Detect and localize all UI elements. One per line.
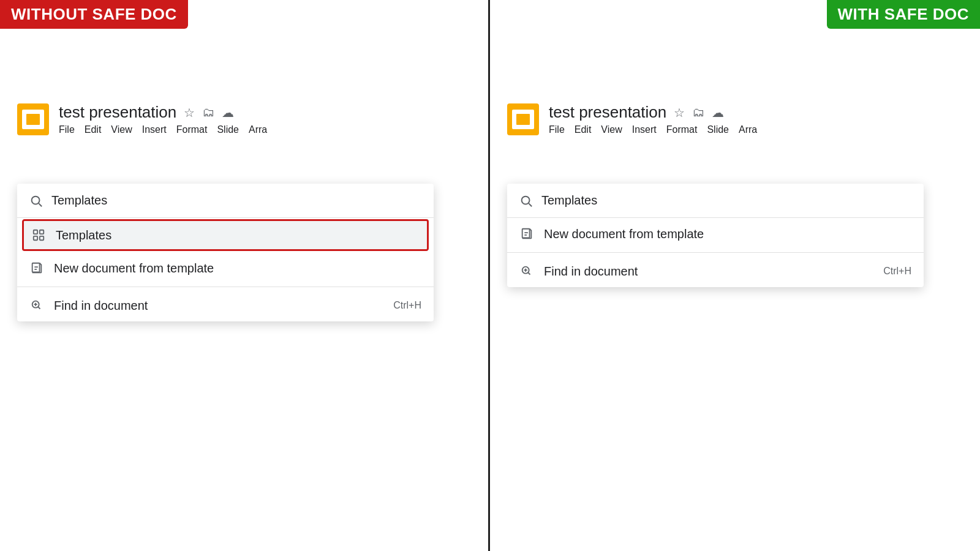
right-panel: WITH SAFE DOC test presentation ☆ 🗂 ☁ Fi… [490, 0, 980, 551]
menu-edit-left[interactable]: Edit [85, 124, 102, 135]
left-header: test presentation ☆ 🗂 ☁ File Edit View I… [0, 86, 488, 141]
new-doc-icon-left [29, 261, 44, 276]
right-shortcut-find: Ctrl+H [883, 266, 911, 277]
without-safe-doc-badge: WITHOUT SAFE DOC [0, 0, 188, 29]
cloud-icon-left[interactable]: ☁ [222, 105, 234, 120]
left-item-find[interactable]: Find in document Ctrl+H [17, 290, 434, 321]
menu-file-right[interactable]: File [549, 124, 565, 135]
menu-arra-left[interactable]: Arra [249, 124, 267, 135]
menu-format-left[interactable]: Format [176, 124, 208, 135]
slides-logo-right [507, 103, 539, 135]
svg-point-0 [32, 196, 40, 204]
right-item-new-doc[interactable]: New document from template [507, 218, 924, 250]
right-menu-row: File Edit View Insert Format Slide Arra [549, 124, 757, 135]
left-item-new-doc[interactable]: New document from template [17, 252, 434, 284]
menu-edit-right[interactable]: Edit [575, 124, 592, 135]
svg-line-1 [39, 203, 42, 206]
slides-logo-left [17, 103, 49, 135]
svg-line-11 [529, 203, 532, 206]
right-header-text: test presentation ☆ 🗂 ☁ File Edit View I… [549, 103, 757, 135]
new-doc-icon-right [519, 227, 534, 241]
menu-view-right[interactable]: View [601, 124, 622, 135]
right-item-find[interactable]: Find in document Ctrl+H [507, 255, 924, 287]
cloud-icon-right[interactable]: ☁ [712, 105, 724, 120]
left-doc-title: test presentation [59, 103, 176, 122]
svg-rect-5 [40, 236, 43, 240]
slides-logo-inner-right [512, 110, 534, 129]
find-icon-left [29, 298, 44, 313]
right-title-row: test presentation ☆ 🗂 ☁ [549, 103, 757, 122]
left-header-text: test presentation ☆ 🗂 ☁ File Edit View I… [59, 103, 267, 135]
slides-logo-inner-left [22, 110, 44, 129]
left-shortcut-find: Ctrl+H [393, 300, 421, 311]
svg-point-10 [522, 196, 530, 204]
left-item-new-doc-label: New document from template [54, 261, 214, 276]
find-icon-right [519, 264, 534, 279]
star-icon-right[interactable]: ☆ [674, 105, 685, 120]
left-search-text: Templates [51, 193, 107, 208]
left-panel: WITHOUT SAFE DOC test presentation ☆ 🗂 ☁… [0, 0, 490, 551]
menu-insert-right[interactable]: Insert [632, 124, 657, 135]
menu-insert-left[interactable]: Insert [142, 124, 167, 135]
svg-rect-3 [40, 230, 43, 234]
menu-format-right[interactable]: Format [666, 124, 698, 135]
menu-arra-right[interactable]: Arra [739, 124, 757, 135]
star-icon-left[interactable]: ☆ [184, 105, 195, 120]
left-divider-1 [17, 287, 434, 287]
right-search-text: Templates [541, 193, 597, 208]
menu-slide-right[interactable]: Slide [707, 124, 729, 135]
menu-file-left[interactable]: File [59, 124, 75, 135]
right-dropdown-search: Templates [507, 184, 924, 218]
left-dropdown-search: Templates [17, 184, 434, 218]
search-icon-left [29, 194, 43, 208]
with-safe-doc-badge: WITH SAFE DOC [827, 0, 981, 29]
left-title-row: test presentation ☆ 🗂 ☁ [59, 103, 267, 122]
right-dropdown: Templates New document from template [507, 184, 924, 287]
left-menu-row: File Edit View Insert Format Slide Arra [59, 124, 267, 135]
menu-slide-left[interactable]: Slide [217, 124, 239, 135]
right-divider-1 [507, 252, 924, 253]
left-item-find-label: Find in document [54, 299, 148, 313]
right-item-new-doc-label: New document from template [544, 227, 704, 241]
svg-rect-4 [34, 236, 37, 240]
search-icon-right [519, 194, 533, 208]
right-doc-title: test presentation [549, 103, 666, 122]
svg-rect-2 [34, 230, 37, 234]
right-item-find-label: Find in document [544, 264, 638, 279]
menu-view-left[interactable]: View [111, 124, 132, 135]
left-dropdown: Templates Templates [17, 184, 434, 321]
folder-icon-right[interactable]: 🗂 [692, 105, 704, 119]
left-item-templates-label: Templates [56, 228, 111, 242]
folder-icon-left[interactable]: 🗂 [202, 105, 214, 119]
left-item-templates[interactable]: Templates [22, 219, 429, 251]
right-header: test presentation ☆ 🗂 ☁ File Edit View I… [490, 86, 980, 141]
grid-icon-left [31, 228, 46, 242]
